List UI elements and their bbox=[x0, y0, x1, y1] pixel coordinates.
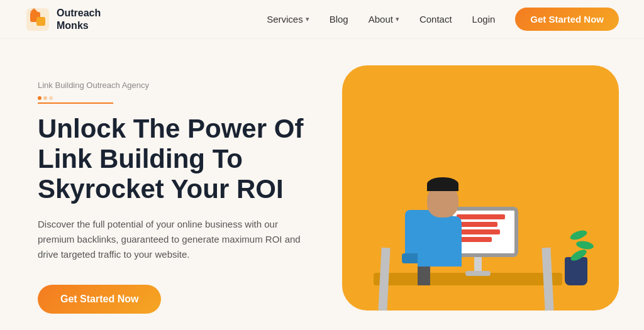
leaf bbox=[569, 228, 588, 241]
nav-login[interactable]: Login bbox=[472, 14, 496, 25]
monitor-base bbox=[465, 271, 491, 276]
nav-services[interactable]: Services ▾ bbox=[267, 14, 309, 25]
plant-pot bbox=[565, 257, 587, 285]
screen-line bbox=[457, 214, 505, 219]
hero-description: Discover the full potential of your onli… bbox=[38, 217, 314, 262]
person-body bbox=[418, 216, 462, 267]
screen-line bbox=[457, 237, 492, 242]
plant-leaves bbox=[570, 231, 594, 259]
hero-illustration-content bbox=[336, 72, 600, 311]
monitor-screen bbox=[453, 211, 514, 253]
hero-illustration bbox=[317, 65, 606, 329]
tagline-dots bbox=[38, 96, 314, 100]
tagline-area: Link Building Outreach Agency bbox=[38, 80, 314, 90]
hero-content: Link Building Outreach Agency Unlock The… bbox=[38, 80, 314, 314]
nav-links: Services ▾ Blog About ▾ Contact Login Ge… bbox=[267, 8, 619, 31]
hero-cta-button[interactable]: Get Started Now bbox=[38, 285, 161, 314]
dot-3 bbox=[49, 96, 53, 100]
desk-leg-left bbox=[378, 247, 390, 311]
hero-title: Unlock The Power Of Link Building To Sky… bbox=[38, 114, 314, 205]
chevron-down-icon: ▾ bbox=[306, 15, 309, 23]
tagline-underline bbox=[38, 102, 113, 104]
screen-line bbox=[457, 229, 500, 234]
navbar: Outreach Monks Services ▾ Blog About ▾ C… bbox=[0, 0, 644, 39]
hero-section: Link Building Outreach Agency Unlock The… bbox=[0, 39, 644, 330]
tagline-text: Link Building Outreach Agency bbox=[38, 80, 149, 90]
person-hair bbox=[427, 177, 458, 191]
nav-cta-button[interactable]: Get Started Now bbox=[515, 8, 619, 31]
nav-blog[interactable]: Blog bbox=[330, 14, 348, 25]
dot-1 bbox=[38, 96, 42, 100]
leaf bbox=[575, 239, 594, 250]
svg-rect-2 bbox=[36, 17, 45, 26]
chevron-down-icon: ▾ bbox=[396, 15, 399, 23]
screen-line bbox=[457, 222, 497, 227]
nav-contact[interactable]: Contact bbox=[419, 14, 452, 25]
brand-name: Outreach Monks bbox=[57, 7, 101, 31]
nav-about[interactable]: About ▾ bbox=[369, 14, 399, 25]
desk-leg-right bbox=[541, 247, 553, 311]
dot-2 bbox=[43, 96, 47, 100]
logo[interactable]: Outreach Monks bbox=[25, 7, 101, 32]
logo-icon bbox=[25, 7, 50, 32]
